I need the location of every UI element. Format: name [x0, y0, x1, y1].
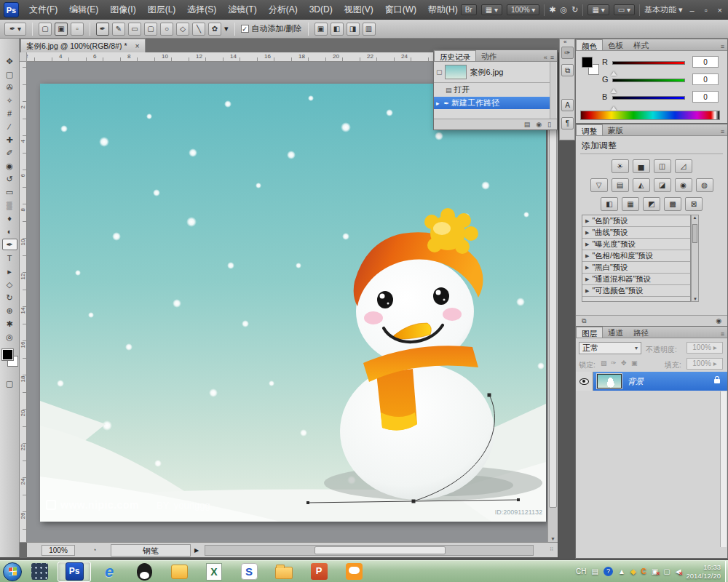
menu-layer[interactable]: 图层(L): [142, 0, 182, 19]
expand-arrow-icon[interactable]: ▶: [585, 276, 589, 282]
tab-channels[interactable]: 通道: [603, 327, 628, 338]
menu-file[interactable]: 文件(F): [23, 0, 63, 19]
pasteboard[interactable]: www.nipic.com BY: younggg ID:20091121132: [27, 62, 547, 542]
workspace-switcher[interactable]: 基本功能 ▾: [644, 4, 683, 15]
red-slider[interactable]: [612, 61, 685, 65]
panel-menu-icon[interactable]: ≡: [721, 128, 724, 135]
taskbar-internet-explorer[interactable]: e: [92, 562, 126, 582]
quick-selection-tool[interactable]: ✧: [2, 95, 17, 105]
clone-source-panel-icon[interactable]: ⧉: [561, 64, 574, 76]
foreground-color-swatch[interactable]: [2, 349, 13, 360]
invert-button[interactable]: ◧: [601, 197, 618, 211]
taskbar-sticky-notes[interactable]: [162, 562, 196, 582]
taskbar-qq[interactable]: [127, 562, 161, 582]
taskbar-sogou[interactable]: S: [232, 562, 266, 582]
minimize-button[interactable]: –: [687, 6, 697, 15]
tab-close-icon[interactable]: ×: [135, 41, 139, 50]
path-handle[interactable]: [517, 498, 520, 501]
menu-window[interactable]: 窗口(W): [379, 0, 422, 19]
browser-tray-icon[interactable]: C: [641, 567, 646, 575]
history-open-row[interactable]: ▤ 打开: [434, 84, 550, 96]
3d-rotate-tool[interactable]: ↻: [2, 292, 17, 303]
help-tray-icon[interactable]: ?: [604, 567, 613, 576]
scroll-up-icon[interactable]: ▲: [693, 215, 697, 220]
healing-brush-tool[interactable]: ✚: [2, 135, 17, 145]
display-icon[interactable]: ▢: [663, 567, 670, 575]
switch-panel-icon[interactable]: ⧉: [582, 317, 586, 325]
horizontal-scrollbar[interactable]: [205, 545, 534, 556]
vertical-scroll-thumb[interactable]: [549, 71, 557, 508]
network-icon[interactable]: ▣✕: [652, 567, 658, 575]
tab-styles[interactable]: 样式: [628, 39, 654, 50]
fill-field[interactable]: 100% ▸: [687, 358, 723, 370]
taskbar-powerpoint[interactable]: P: [302, 562, 336, 582]
opacity-slider-icon[interactable]: ▸: [713, 343, 717, 351]
lock-paint-icon[interactable]: ✑: [611, 359, 617, 367]
tab-swatches[interactable]: 色板: [603, 39, 628, 50]
lasso-tool[interactable]: ✇: [2, 82, 17, 92]
history-source-icon[interactable]: ▢: [436, 68, 443, 76]
shape-tool[interactable]: ◇: [2, 279, 17, 290]
brush-tool[interactable]: ✐: [2, 148, 17, 158]
collapse-icon[interactable]: «: [544, 54, 547, 61]
menu-analysis[interactable]: 分析(A): [263, 0, 304, 19]
pen-tool-preset[interactable]: ✒ ▾: [4, 23, 26, 36]
layer-visibility-cell[interactable]: [576, 372, 593, 391]
exclude-shape-area-button[interactable]: ▥: [363, 23, 376, 36]
freeform-pen-button[interactable]: ✎: [112, 23, 125, 36]
rounded-rectangle-button[interactable]: ▢: [144, 23, 157, 36]
preset-levels[interactable]: ▶"色阶"预设: [582, 215, 690, 227]
presets-scroll-thumb[interactable]: [692, 224, 697, 243]
scroll-down-icon[interactable]: ▼: [693, 297, 697, 301]
paragraph-panel-icon[interactable]: ¶: [561, 117, 574, 129]
hand-tool-icon[interactable]: ✱: [549, 5, 555, 15]
expand-arrow-icon[interactable]: ▶: [585, 242, 589, 247]
blue-slider[interactable]: [612, 96, 685, 100]
tab-history[interactable]: 历史记录: [434, 50, 476, 61]
security-tray-icon[interactable]: ◆: [630, 567, 636, 575]
preset-exposure[interactable]: ▶"曝光度"预设: [582, 239, 690, 250]
view-extras-button[interactable]: ▦ ▾: [587, 4, 609, 15]
lock-position-icon[interactable]: ✥: [621, 359, 627, 367]
history-scrollbar[interactable]: [550, 62, 556, 119]
keyboard-icon[interactable]: ▤: [592, 567, 598, 575]
expand-arrow-icon[interactable]: ▶: [585, 265, 589, 271]
panel-menu-icon[interactable]: ≡: [721, 330, 724, 338]
tab-actions[interactable]: 动作: [476, 50, 502, 61]
ellipse-tool-button[interactable]: ○: [160, 23, 173, 36]
preset-hue-saturation[interactable]: ▶"色相/饱和度"预设: [582, 250, 690, 262]
start-button[interactable]: [3, 562, 22, 581]
paths-mode-button[interactable]: ▣: [55, 23, 68, 36]
auto-add-delete-checkbox[interactable]: ✓: [241, 25, 249, 33]
delete-state-icon[interactable]: ▯: [547, 121, 551, 128]
lock-transparent-icon[interactable]: ▨: [601, 359, 607, 367]
history-selected-row[interactable]: ▸ ✒ 新建工作路径: [434, 97, 550, 109]
green-value-field[interactable]: 0: [692, 73, 719, 85]
green-slider[interactable]: [612, 79, 685, 82]
pen-tool-button[interactable]: ✒: [96, 23, 109, 36]
character-panel-icon[interactable]: A: [561, 99, 574, 111]
panel-foreground-swatch[interactable]: [582, 57, 593, 68]
rectangle-tool-button[interactable]: ▭: [128, 23, 141, 36]
opacity-field[interactable]: 100% ▸: [687, 342, 723, 354]
new-document-from-state-icon[interactable]: ▤: [524, 121, 531, 128]
taskbar-pinned-grid[interactable]: [23, 562, 56, 582]
marquee-tool[interactable]: ▢: [2, 69, 17, 79]
channel-mixer-button[interactable]: ◍: [696, 178, 713, 192]
menu-view[interactable]: 视图(V): [339, 0, 379, 19]
status-play-icon[interactable]: ▶: [194, 547, 199, 554]
intersect-shape-area-button[interactable]: ◨: [347, 23, 360, 36]
panel-menu-icon[interactable]: ≡: [721, 43, 724, 50]
fill-slider-icon[interactable]: ▸: [713, 359, 717, 367]
curves-button[interactable]: ◫: [654, 159, 671, 173]
expand-view-icon[interactable]: ◉: [716, 317, 721, 324]
horizontal-scroll-thumb[interactable]: [314, 546, 446, 554]
hue-saturation-button[interactable]: ▤: [612, 178, 629, 192]
levels-button[interactable]: ▅: [633, 159, 650, 173]
preset-black-white[interactable]: ▶"黑白"预设: [582, 262, 690, 274]
color-spectrum-ramp[interactable]: [580, 111, 720, 120]
posterize-button[interactable]: ▦: [622, 197, 639, 211]
shape-layers-button[interactable]: ▢: [39, 23, 52, 36]
screen-mode-button[interactable]: ▭ ▾: [614, 4, 635, 15]
show-hidden-icons[interactable]: ▲: [618, 567, 625, 575]
